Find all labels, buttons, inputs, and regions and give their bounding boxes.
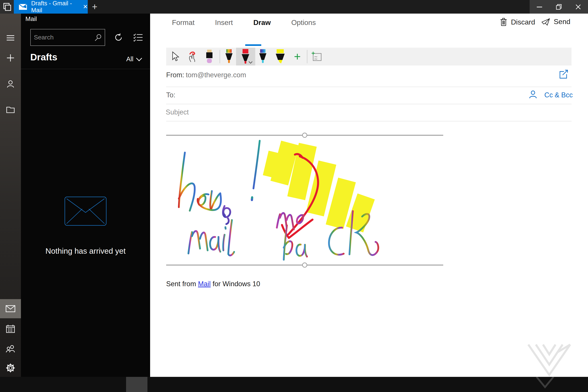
restore-button[interactable] <box>549 0 568 14</box>
select-tool[interactable] <box>167 48 183 66</box>
minimize-button[interactable] <box>530 0 549 14</box>
task-view-windows-icon[interactable] <box>0 0 14 14</box>
window-tab-bar: Drafts - Gmail - Mail ✕ + <box>0 0 588 14</box>
ink-word-hey <box>179 141 260 224</box>
menu-icon[interactable] <box>0 28 21 48</box>
from-label: From: <box>166 71 184 79</box>
tab-format[interactable]: Format <box>172 18 194 27</box>
to-input[interactable] <box>184 90 474 99</box>
tab-draw[interactable]: Draw <box>253 18 270 27</box>
from-value[interactable]: tom@theverge.com <box>186 71 246 79</box>
ink-canvas[interactable] <box>166 132 446 270</box>
close-button[interactable] <box>568 0 588 14</box>
mail-icon[interactable] <box>0 299 21 318</box>
search-box[interactable] <box>30 29 105 46</box>
mail-envelope-icon <box>19 4 27 10</box>
toolbar-separator <box>220 50 220 63</box>
tab-close-icon[interactable]: ✕ <box>83 3 88 10</box>
send-button[interactable]: Send <box>541 18 570 26</box>
ribbon-tabs: Format Insert Draw Options <box>172 18 316 27</box>
empty-message: Nothing has arrived yet <box>21 246 150 256</box>
cc-bcc-button[interactable]: Cc & Bcc <box>544 91 573 99</box>
search-icon[interactable] <box>94 34 105 41</box>
touch-writing-tool[interactable] <box>184 48 200 66</box>
panel-divider <box>21 69 150 69</box>
new-account-icon[interactable] <box>0 48 21 68</box>
mail-list-panel: Mail Drafts All Nothing has arrive <box>21 14 150 377</box>
settings-icon[interactable] <box>0 358 21 378</box>
signature-prefix: Sent from <box>166 280 198 288</box>
field-divider <box>166 104 572 104</box>
yellow-highlighter[interactable] <box>272 48 288 66</box>
canvas-resize-handle-bottom[interactable] <box>302 263 307 267</box>
red-pen[interactable] <box>236 48 255 66</box>
window-controls <box>530 0 588 14</box>
folders-icon[interactable] <box>0 100 21 119</box>
nav-rail <box>0 14 21 377</box>
galaxy-pen[interactable] <box>255 48 271 66</box>
people-icon[interactable] <box>0 339 21 358</box>
send-plane-icon <box>541 18 550 26</box>
discard-button[interactable]: Discard <box>500 18 535 26</box>
new-tab-button[interactable]: + <box>88 0 102 14</box>
sync-icon[interactable] <box>110 29 127 46</box>
field-divider <box>166 121 572 122</box>
toolbar-separator <box>307 50 307 63</box>
tab-drafts-gmail-mail[interactable]: Drafts - Gmail - Mail ✕ <box>14 0 88 14</box>
send-label: Send <box>554 18 570 26</box>
verge-watermark <box>524 343 576 377</box>
insert-drawing-canvas-button[interactable] <box>309 48 325 66</box>
app-label: Mail <box>26 15 37 22</box>
mail-link[interactable]: Mail <box>198 280 211 288</box>
choose-contacts-icon[interactable] <box>528 90 538 99</box>
canvas-resize-handle-top[interactable] <box>302 133 307 138</box>
verge-watermark-tail <box>536 377 554 388</box>
taskbar: e <box>0 377 588 392</box>
tab-title: Drafts - Gmail - Mail <box>31 0 76 14</box>
rainbow-pencil[interactable] <box>221 48 237 66</box>
field-divider <box>166 87 572 87</box>
tab-options[interactable]: Options <box>291 18 316 27</box>
calendar-icon[interactable] <box>0 319 21 338</box>
discard-label: Discard <box>511 18 535 26</box>
accounts-icon[interactable] <box>0 74 21 93</box>
taskbar-mail-active-tile <box>126 377 148 392</box>
chevron-down-icon <box>136 55 142 61</box>
open-in-new-window-icon[interactable] <box>558 69 569 80</box>
signature-suffix: for Windows 10 <box>211 280 260 288</box>
tab-insert[interactable]: Insert <box>215 18 233 27</box>
signature-line: Sent from Mail for Windows 10 <box>166 280 260 288</box>
folder-title: Drafts <box>30 52 57 62</box>
empty-mailbox-illustration <box>64 196 107 226</box>
search-input[interactable] <box>31 34 94 41</box>
filter-label: All <box>126 56 134 63</box>
trash-icon <box>500 18 507 26</box>
filter-dropdown[interactable]: All <box>126 56 141 63</box>
subject-input[interactable] <box>165 108 478 116</box>
to-label: To: <box>166 91 175 99</box>
add-pen-button[interactable]: + <box>289 48 305 66</box>
active-tab-underline <box>245 44 261 46</box>
select-multiple-icon[interactable] <box>130 29 146 46</box>
eraser-tool[interactable] <box>201 48 218 66</box>
